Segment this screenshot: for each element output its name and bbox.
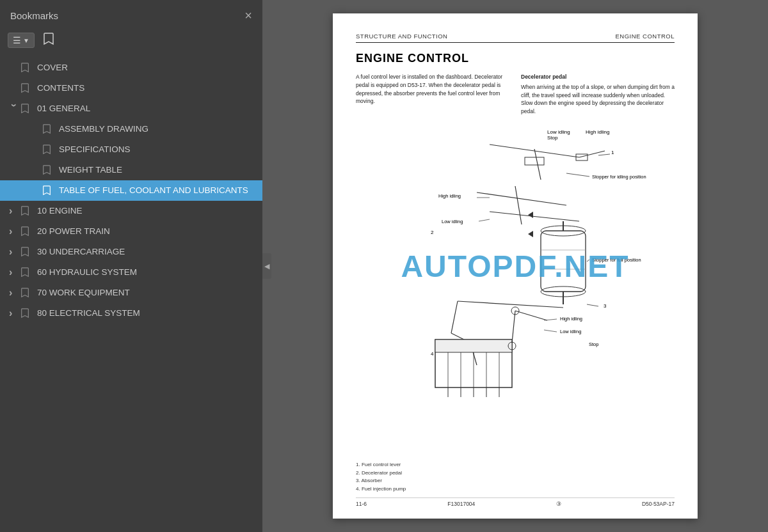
bookmark-icon-cover: [20, 63, 32, 73]
doc-footer-notes: 1. Fuel control lever 2. Decelerator ped…: [356, 461, 675, 494]
bookmark-label-specifications: SPECIFICATIONS: [59, 144, 256, 155]
svg-text:High idling: High idling: [586, 129, 609, 135]
bookmark-label-table-of-fuel: TABLE OF FUEL, COOLANT AND LUBRICANTS: [59, 185, 256, 196]
expand-arrow-01-general[interactable]: ›: [8, 104, 20, 114]
doc-footer: 1. Fuel control lever 2. Decelerator ped…: [356, 461, 675, 507]
bookmark-label-20-power-train: 20 POWER TRAIN: [37, 226, 256, 237]
list-view-button[interactable]: ☰ ▼: [8, 33, 35, 48]
svg-line-9: [598, 154, 610, 155]
doc-columns: A fuel control lever is installed on the…: [356, 73, 675, 116]
sidebar-header: Bookmarks ×: [0, 0, 262, 28]
footer-figure-label: F13017004: [447, 501, 475, 507]
bookmark-label-10-engine: 10 ENGINE: [37, 205, 256, 217]
bookmark-item-contents[interactable]: CONTENTS: [0, 78, 262, 98]
svg-text:1: 1: [611, 150, 614, 155]
doc-footer-refs: 11-6 F13017004 ③ D50·53AP-17: [356, 497, 675, 507]
doc-header: STRUCTURE AND FUNCTION ENGINE CONTROL: [356, 33, 675, 43]
svg-text:4: 4: [431, 351, 434, 357]
sidebar: Bookmarks × ☰ ▼ COVERCONTENTS›01 GENERAL…: [0, 0, 262, 532]
svg-line-11: [566, 173, 589, 176]
footer-note-4: 4. Fuel injection pump: [356, 485, 675, 494]
svg-line-30: [587, 304, 598, 306]
bookmark-icon-contents: [20, 83, 32, 93]
footer-circle-number: ③: [556, 501, 561, 507]
bookmark-item-80-electrical[interactable]: ›80 ELECTRICAL SYSTEM: [0, 303, 262, 324]
svg-text:Low idling: Low idling: [560, 329, 581, 334]
bookmark-item-specifications[interactable]: SPECIFICATIONS: [0, 139, 262, 160]
bookmark-item-table-of-fuel[interactable]: TABLE OF FUEL, COOLANT AND LUBRICANTS: [0, 180, 262, 201]
footer-note-3: 3. Absorber: [356, 477, 675, 485]
bookmark-icon-20-power-train: [20, 226, 32, 237]
doc-col-2: Decelerator pedal When arriving at the t…: [521, 73, 675, 116]
expand-arrow-20-power-train[interactable]: ›: [9, 226, 19, 237]
expand-arrow-80-electrical[interactable]: ›: [9, 308, 19, 319]
bookmark-label-contents: CONTENTS: [37, 82, 256, 94]
svg-text:High idling: High idling: [438, 193, 461, 199]
sidebar-title: Bookmarks: [10, 10, 58, 21]
svg-rect-36: [435, 340, 512, 352]
svg-text:2: 2: [431, 230, 434, 235]
bookmark-icon-weight-table: [42, 165, 54, 175]
bookmark-label-70-work-equipment: 70 WORK EQUIPMENT: [37, 287, 256, 299]
bookmark-icon-table-of-fuel: [42, 185, 54, 196]
col2-title: Decelerator pedal: [521, 73, 675, 81]
bookmark-label-cover: COVER: [37, 62, 256, 74]
bookmark-icon-80-electrical: [20, 308, 32, 318]
expand-arrow-60-hydraulic[interactable]: ›: [9, 267, 19, 278]
svg-line-51: [544, 330, 557, 332]
bookmark-item-cover[interactable]: COVER: [0, 58, 262, 78]
svg-line-5: [534, 149, 541, 180]
bookmark-icon-specifications: [42, 145, 54, 155]
svg-line-32: [451, 301, 458, 333]
main-content: AUTOPDF.NET STRUCTURE AND FUNCTION ENGIN…: [262, 0, 768, 532]
svg-text:Stop: Stop: [589, 341, 598, 347]
col2-text: When arriving at the top of a slope, or …: [521, 83, 675, 116]
bookmark-label-80-electrical: 80 ELECTRICAL SYSTEM: [37, 308, 256, 319]
expand-arrow-30-undercarriage[interactable]: ›: [9, 246, 19, 258]
close-button[interactable]: ×: [244, 9, 252, 22]
doc-col-1: A fuel control lever is installed on the…: [356, 73, 509, 116]
svg-line-28: [587, 260, 589, 262]
bookmark-item-weight-table[interactable]: WEIGHT TABLE: [0, 160, 262, 180]
bookmark-icon-button[interactable]: [38, 31, 59, 50]
bookmark-item-30-undercarriage[interactable]: ›30 UNDERCARRIAGE: [0, 242, 262, 262]
bookmark-icon-10-engine: [20, 206, 32, 216]
list-icon: ☰: [13, 35, 21, 45]
bookmark-icon-01-general: [20, 104, 32, 114]
bookmark-item-01-general[interactable]: ›01 GENERAL: [0, 98, 262, 119]
bookmark-icon: [42, 32, 55, 46]
svg-line-53: [515, 311, 547, 320]
svg-text:High idling: High idling: [560, 316, 582, 322]
bookmark-item-assembly-drawing[interactable]: ASSEMBLY DRAWING: [0, 119, 262, 139]
expand-arrow-70-work-equipment[interactable]: ›: [9, 287, 19, 299]
bookmark-item-70-work-equipment[interactable]: ›70 WORK EQUIPMENT: [0, 283, 262, 303]
bookmark-item-60-hydraulic[interactable]: ›60 HYDRAULIC SYSTEM: [0, 262, 262, 283]
footer-note-1: 1. Fuel control lever: [356, 461, 675, 469]
svg-text:Stopper for full position: Stopper for full position: [592, 257, 641, 263]
doc-diagram: Low idling High idling Stop 1 Stopper fo…: [356, 122, 675, 397]
svg-line-54: [512, 311, 515, 343]
bookmark-item-20-power-train[interactable]: ›20 POWER TRAIN: [0, 221, 262, 242]
expand-arrow-10-engine[interactable]: ›: [9, 205, 19, 217]
collapse-arrow: ◀: [264, 262, 269, 270]
bookmark-label-weight-table: WEIGHT TABLE: [59, 164, 256, 176]
col1-text: A fuel control lever is installed on the…: [356, 73, 509, 106]
svg-line-13: [515, 186, 522, 224]
svg-text:Low idling: Low idling: [547, 129, 570, 135]
bookmark-item-10-engine[interactable]: ›10 ENGINE: [0, 201, 262, 221]
svg-text:3: 3: [604, 303, 607, 309]
bookmark-icon-assembly-drawing: [42, 124, 54, 134]
doc-header-right: ENGINE CONTROL: [615, 33, 675, 40]
bookmark-label-30-undercarriage: 30 UNDERCARRIAGE: [37, 246, 256, 258]
engine-control-diagram: Low idling High idling Stop 1 Stopper fo…: [362, 122, 669, 397]
bookmark-icon-30-undercarriage: [20, 247, 32, 257]
svg-text:Stop: Stop: [547, 135, 558, 141]
svg-line-18: [479, 219, 490, 221]
collapse-panel[interactable]: ◀: [262, 253, 271, 279]
svg-text:Low idling: Low idling: [442, 219, 463, 224]
bookmark-label-60-hydraulic: 60 HYDRAULIC SYSTEM: [37, 267, 256, 278]
bookmark-label-assembly-drawing: ASSEMBLY DRAWING: [59, 123, 256, 135]
doc-header-left: STRUCTURE AND FUNCTION: [356, 33, 447, 40]
svg-line-14: [490, 212, 579, 221]
svg-line-3: [490, 145, 579, 157]
